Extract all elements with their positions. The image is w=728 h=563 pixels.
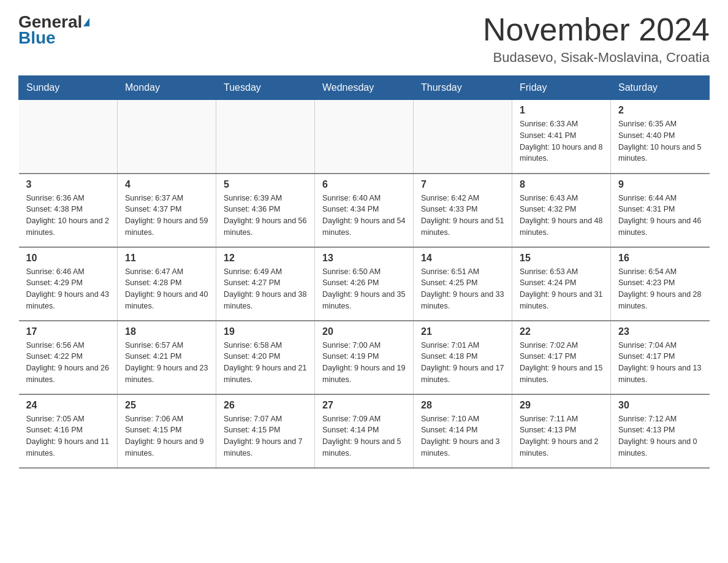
day-number: 5 bbox=[224, 179, 307, 190]
week-row-1: 3Sunrise: 6:36 AMSunset: 4:38 PMDaylight… bbox=[19, 174, 710, 247]
day-number: 1 bbox=[520, 105, 603, 116]
header-day-saturday: Saturday bbox=[611, 76, 710, 100]
calendar-body: 1Sunrise: 6:33 AMSunset: 4:41 PMDaylight… bbox=[19, 100, 710, 468]
header-day-wednesday: Wednesday bbox=[315, 76, 414, 100]
day-info: Sunrise: 6:46 AMSunset: 4:29 PMDaylight:… bbox=[26, 266, 110, 312]
day-info: Sunrise: 7:11 AMSunset: 4:13 PMDaylight:… bbox=[520, 413, 603, 459]
day-info: Sunrise: 6:54 AMSunset: 4:23 PMDaylight:… bbox=[618, 266, 702, 312]
day-info: Sunrise: 7:09 AMSunset: 4:14 PMDaylight:… bbox=[322, 413, 406, 459]
title-section: November 2024 Budasevo, Sisak-Moslavina,… bbox=[483, 12, 710, 66]
day-info: Sunrise: 6:37 AMSunset: 4:37 PMDaylight:… bbox=[125, 193, 208, 239]
header-day-monday: Monday bbox=[118, 76, 216, 100]
day-number: 23 bbox=[618, 326, 702, 337]
day-number: 6 bbox=[322, 179, 406, 190]
day-info: Sunrise: 7:07 AMSunset: 4:15 PMDaylight:… bbox=[224, 413, 307, 459]
day-cell: 12Sunrise: 6:49 AMSunset: 4:27 PMDayligh… bbox=[216, 247, 315, 321]
day-cell: 29Sunrise: 7:11 AMSunset: 4:13 PMDayligh… bbox=[512, 394, 611, 468]
day-number: 28 bbox=[421, 400, 504, 411]
day-cell: 13Sunrise: 6:50 AMSunset: 4:26 PMDayligh… bbox=[315, 247, 414, 321]
day-cell: 22Sunrise: 7:02 AMSunset: 4:17 PMDayligh… bbox=[512, 321, 611, 394]
week-row-4: 24Sunrise: 7:05 AMSunset: 4:16 PMDayligh… bbox=[19, 394, 710, 468]
day-cell bbox=[118, 100, 216, 174]
calendar-header: SundayMondayTuesdayWednesdayThursdayFrid… bbox=[19, 76, 710, 100]
week-row-3: 17Sunrise: 6:56 AMSunset: 4:22 PMDayligh… bbox=[19, 321, 710, 394]
day-cell: 18Sunrise: 6:57 AMSunset: 4:21 PMDayligh… bbox=[118, 321, 216, 394]
day-info: Sunrise: 7:04 AMSunset: 4:17 PMDaylight:… bbox=[618, 340, 702, 386]
day-number: 3 bbox=[26, 179, 110, 190]
day-info: Sunrise: 6:57 AMSunset: 4:21 PMDaylight:… bbox=[125, 340, 208, 386]
day-info: Sunrise: 7:02 AMSunset: 4:17 PMDaylight:… bbox=[520, 340, 603, 386]
day-cell: 9Sunrise: 6:44 AMSunset: 4:31 PMDaylight… bbox=[611, 174, 710, 247]
week-row-2: 10Sunrise: 6:46 AMSunset: 4:29 PMDayligh… bbox=[19, 247, 710, 321]
header-day-friday: Friday bbox=[512, 76, 611, 100]
day-info: Sunrise: 7:00 AMSunset: 4:19 PMDaylight:… bbox=[322, 340, 406, 386]
day-info: Sunrise: 6:33 AMSunset: 4:41 PMDaylight:… bbox=[520, 118, 603, 164]
day-info: Sunrise: 7:12 AMSunset: 4:13 PMDaylight:… bbox=[618, 413, 702, 459]
day-number: 17 bbox=[26, 326, 110, 337]
day-info: Sunrise: 6:58 AMSunset: 4:20 PMDaylight:… bbox=[224, 340, 307, 386]
day-cell: 6Sunrise: 6:40 AMSunset: 4:34 PMDaylight… bbox=[315, 174, 414, 247]
day-info: Sunrise: 6:53 AMSunset: 4:24 PMDaylight:… bbox=[520, 266, 603, 312]
day-number: 12 bbox=[224, 253, 307, 264]
day-cell: 24Sunrise: 7:05 AMSunset: 4:16 PMDayligh… bbox=[19, 394, 118, 468]
day-cell: 7Sunrise: 6:42 AMSunset: 4:33 PMDaylight… bbox=[414, 174, 512, 247]
day-cell: 27Sunrise: 7:09 AMSunset: 4:14 PMDayligh… bbox=[315, 394, 414, 468]
day-cell: 16Sunrise: 6:54 AMSunset: 4:23 PMDayligh… bbox=[611, 247, 710, 321]
day-info: Sunrise: 6:56 AMSunset: 4:22 PMDaylight:… bbox=[26, 340, 110, 386]
day-cell: 28Sunrise: 7:10 AMSunset: 4:14 PMDayligh… bbox=[414, 394, 512, 468]
day-number: 7 bbox=[421, 179, 504, 190]
day-info: Sunrise: 6:43 AMSunset: 4:32 PMDaylight:… bbox=[520, 193, 603, 239]
day-cell: 30Sunrise: 7:12 AMSunset: 4:13 PMDayligh… bbox=[611, 394, 710, 468]
day-number: 27 bbox=[322, 400, 406, 411]
day-info: Sunrise: 6:47 AMSunset: 4:28 PMDaylight:… bbox=[125, 266, 208, 312]
month-title: November 2024 bbox=[483, 12, 710, 47]
day-number: 30 bbox=[618, 400, 702, 411]
day-number: 11 bbox=[125, 253, 208, 264]
day-info: Sunrise: 6:44 AMSunset: 4:31 PMDaylight:… bbox=[618, 193, 702, 239]
day-number: 8 bbox=[520, 179, 603, 190]
day-number: 25 bbox=[125, 400, 208, 411]
day-cell bbox=[216, 100, 315, 174]
day-cell: 15Sunrise: 6:53 AMSunset: 4:24 PMDayligh… bbox=[512, 247, 611, 321]
location: Budasevo, Sisak-Moslavina, Croatia bbox=[483, 50, 710, 66]
day-info: Sunrise: 7:10 AMSunset: 4:14 PMDaylight:… bbox=[421, 413, 504, 459]
day-info: Sunrise: 6:49 AMSunset: 4:27 PMDaylight:… bbox=[224, 266, 307, 312]
day-number: 20 bbox=[322, 326, 406, 337]
day-cell: 2Sunrise: 6:35 AMSunset: 4:40 PMDaylight… bbox=[611, 100, 710, 174]
day-cell: 10Sunrise: 6:46 AMSunset: 4:29 PMDayligh… bbox=[19, 247, 118, 321]
day-cell: 3Sunrise: 6:36 AMSunset: 4:38 PMDaylight… bbox=[19, 174, 118, 247]
day-info: Sunrise: 6:36 AMSunset: 4:38 PMDaylight:… bbox=[26, 193, 110, 239]
day-cell: 11Sunrise: 6:47 AMSunset: 4:28 PMDayligh… bbox=[118, 247, 216, 321]
day-cell: 4Sunrise: 6:37 AMSunset: 4:37 PMDaylight… bbox=[118, 174, 216, 247]
week-row-0: 1Sunrise: 6:33 AMSunset: 4:41 PMDaylight… bbox=[19, 100, 710, 174]
day-cell: 21Sunrise: 7:01 AMSunset: 4:18 PMDayligh… bbox=[414, 321, 512, 394]
day-cell: 5Sunrise: 6:39 AMSunset: 4:36 PMDaylight… bbox=[216, 174, 315, 247]
day-cell: 19Sunrise: 6:58 AMSunset: 4:20 PMDayligh… bbox=[216, 321, 315, 394]
header-day-sunday: Sunday bbox=[19, 76, 118, 100]
day-number: 15 bbox=[520, 253, 603, 264]
day-info: Sunrise: 7:06 AMSunset: 4:15 PMDaylight:… bbox=[125, 413, 208, 459]
day-cell bbox=[414, 100, 512, 174]
page-header: General Blue November 2024 Budasevo, Sis… bbox=[18, 12, 710, 66]
day-cell: 14Sunrise: 6:51 AMSunset: 4:25 PMDayligh… bbox=[414, 247, 512, 321]
day-cell bbox=[19, 100, 118, 174]
day-cell: 17Sunrise: 6:56 AMSunset: 4:22 PMDayligh… bbox=[19, 321, 118, 394]
day-number: 14 bbox=[421, 253, 504, 264]
day-info: Sunrise: 7:05 AMSunset: 4:16 PMDaylight:… bbox=[26, 413, 110, 459]
day-number: 21 bbox=[421, 326, 504, 337]
day-number: 2 bbox=[618, 105, 702, 116]
day-cell: 26Sunrise: 7:07 AMSunset: 4:15 PMDayligh… bbox=[216, 394, 315, 468]
day-number: 24 bbox=[26, 400, 110, 411]
day-number: 19 bbox=[224, 326, 307, 337]
day-cell: 23Sunrise: 7:04 AMSunset: 4:17 PMDayligh… bbox=[611, 321, 710, 394]
logo: General Blue bbox=[18, 12, 89, 48]
day-info: Sunrise: 7:01 AMSunset: 4:18 PMDaylight:… bbox=[421, 340, 504, 386]
day-info: Sunrise: 6:35 AMSunset: 4:40 PMDaylight:… bbox=[618, 118, 702, 164]
header-day-tuesday: Tuesday bbox=[216, 76, 315, 100]
day-number: 10 bbox=[26, 253, 110, 264]
day-number: 9 bbox=[618, 179, 702, 190]
day-info: Sunrise: 6:42 AMSunset: 4:33 PMDaylight:… bbox=[421, 193, 504, 239]
calendar-table: SundayMondayTuesdayWednesdayThursdayFrid… bbox=[18, 75, 710, 469]
day-cell: 20Sunrise: 7:00 AMSunset: 4:19 PMDayligh… bbox=[315, 321, 414, 394]
day-info: Sunrise: 6:50 AMSunset: 4:26 PMDaylight:… bbox=[322, 266, 406, 312]
